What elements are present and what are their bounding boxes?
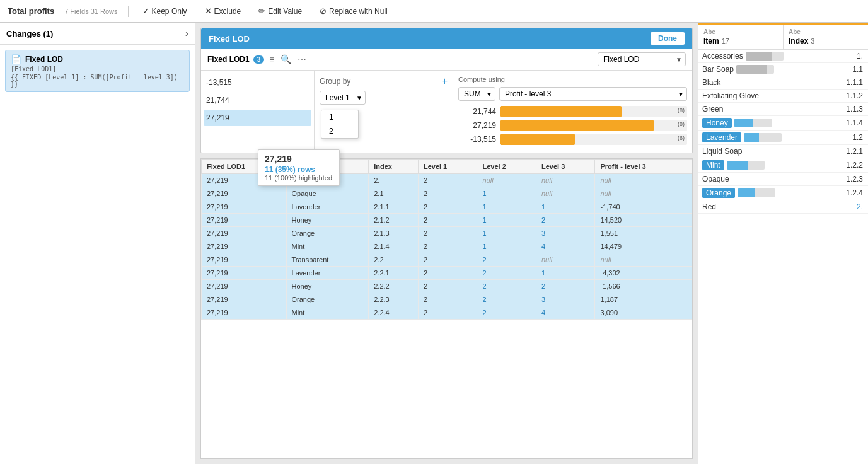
cell-l3: 1 xyxy=(536,200,595,214)
cell-l3: null xyxy=(536,253,595,267)
keep-only-button[interactable]: ✓ Keep Only xyxy=(139,5,191,17)
cell-l2: 2 xyxy=(477,267,536,280)
compute-bar-row-2: 27,219 (8) xyxy=(458,120,687,131)
agg-select[interactable]: SUM xyxy=(458,87,495,101)
more-icon[interactable]: ⋯ xyxy=(298,54,306,64)
bar-value-mid[interactable]: 21,744 xyxy=(204,92,311,108)
change-item-header: 📄 Fixed LOD xyxy=(11,54,184,64)
center-panel: Fixed LOD Done Fixed LOD1 3 ≡ 🔍 ⋯ Fixed … xyxy=(195,23,698,464)
index-col-type: Abc xyxy=(789,28,863,35)
right-index-value: 1.1.4 xyxy=(830,119,868,127)
table-row[interactable]: 27,219 Orange 2.2.3 2 2 3 1,187 xyxy=(202,293,692,306)
cell-index: 2.2.1 xyxy=(369,267,419,280)
bar-value-neg[interactable]: -13,515 xyxy=(204,74,311,91)
right-panel-row[interactable]: Orange 1.2.4 xyxy=(698,186,868,200)
table-row[interactable]: 27,219 Honey 2.1.2 2 1 2 14,520 xyxy=(202,214,692,227)
changes-title: Changes (1) xyxy=(6,29,53,38)
done-button[interactable]: Done xyxy=(651,32,685,45)
cell-l2: 2 xyxy=(477,293,536,306)
col-index: Index xyxy=(369,160,419,174)
cell-lod: 27,219 xyxy=(202,187,287,200)
bar-label-3: -13,515 xyxy=(458,135,496,144)
lod-count-badge: 3 xyxy=(253,55,265,64)
dropdown-item-2[interactable]: 2 xyxy=(321,124,358,138)
lod-type-select[interactable]: Fixed LOD xyxy=(598,52,686,66)
cell-index: 2.1.4 xyxy=(369,240,419,253)
right-panel-row[interactable]: Exfoliating Glove 1.1.2 xyxy=(698,90,868,103)
replace-null-button[interactable]: ⊘ Replace with Null xyxy=(316,5,391,17)
cell-lod: 27,219 xyxy=(202,214,287,227)
right-panel-row[interactable]: Opaque 1.2.3 xyxy=(698,173,868,186)
cell-item: Honey xyxy=(286,280,369,293)
cell-index: 2.2.4 xyxy=(369,306,419,320)
cell-index: 2.1.3 xyxy=(369,227,419,240)
right-item-label: Exfoliating Glove xyxy=(698,90,830,102)
cell-l1: 2 xyxy=(418,280,477,293)
cell-l1: 2 xyxy=(418,306,477,320)
table-row[interactable]: 27,219 Lavender 2.2.1 2 2 1 -4,302 xyxy=(202,267,692,280)
cell-item: Mint xyxy=(286,306,369,320)
level-select[interactable]: Level 1 1 2 xyxy=(320,91,366,105)
cell-lod: 27,219 xyxy=(202,293,287,306)
table-row[interactable]: 27,219 Transparent 2.2 2 2 null null xyxy=(202,253,692,267)
change-item[interactable]: 📄 Fixed LOD [Fixed LOD1] {{ FIXED [Level… xyxy=(5,50,190,92)
cell-l2: 2 xyxy=(477,306,536,320)
table-row[interactable]: 27,219 Orange 2.1.3 2 1 3 1,551 xyxy=(202,227,692,240)
cell-l3: 3 xyxy=(536,227,595,240)
cell-l3: 4 xyxy=(536,240,595,253)
right-item-label: Opaque xyxy=(698,173,830,185)
col-profit-level3: Profit - level 3 xyxy=(595,160,692,174)
edit-icon: ✏ xyxy=(258,6,265,16)
cell-item: Lavender xyxy=(286,200,369,214)
cell-lod: 27,219 xyxy=(202,227,287,240)
right-item-label: Red xyxy=(698,200,830,213)
change-name: Fixed LOD xyxy=(25,55,63,64)
cell-profit: -4,302 xyxy=(595,267,692,280)
dialog-title: Fixed LOD xyxy=(209,34,250,44)
table-row[interactable]: 27,219 Lavender 2.1.1 2 1 1 -1,740 xyxy=(202,200,692,214)
group-by-section: Group by + Level 1 1 2 ▼ 1 2 xyxy=(315,71,453,153)
align-icon[interactable]: ≡ xyxy=(269,54,274,64)
right-panel-row[interactable]: Honey 1.1.4 xyxy=(698,116,868,130)
right-panel-row[interactable]: Lavender 1.2 xyxy=(698,130,868,145)
table-row[interactable]: 27,219 Honey 2.2.2 2 2 2 -1,566 xyxy=(202,280,692,293)
right-panel-row[interactable]: Green 1.1.3 xyxy=(698,103,868,116)
edit-value-button[interactable]: ✏ Edit Value xyxy=(255,5,306,17)
cell-item: Lavender xyxy=(286,267,369,280)
right-panel-row[interactable]: Mint 1.2.2 xyxy=(698,158,868,173)
table-row[interactable]: 27,219 Mint 2.2.4 2 2 4 3,090 xyxy=(202,306,692,320)
bar-track-1: (8) xyxy=(500,106,687,117)
right-panel-row[interactable]: Liquid Soap 1.2.1 xyxy=(698,145,868,158)
right-panel-row[interactable]: Accessories 1. xyxy=(698,50,868,63)
right-item-label: Accessories xyxy=(698,50,830,62)
collapse-icon[interactable]: › xyxy=(185,28,188,39)
exclude-button[interactable]: ✕ Exclude xyxy=(201,5,245,17)
dropdown-item-1[interactable]: 1 xyxy=(321,110,358,124)
cell-l3: null xyxy=(536,174,595,187)
bar-label-2: 27,219 xyxy=(458,121,496,130)
cell-l1: 2 xyxy=(418,227,477,240)
cell-index: 2.2 xyxy=(369,253,419,267)
right-panel-row[interactable]: Red 2. xyxy=(698,200,868,214)
table-row[interactable]: 27,219 Mint 2.1.4 2 1 4 14,479 xyxy=(202,240,692,253)
tooltip-value: 27,219 xyxy=(265,154,333,164)
right-panel-row[interactable]: Bar Soap 1.1 xyxy=(698,63,868,76)
right-item-label: Black xyxy=(698,76,830,89)
field-select[interactable]: Profit - level 3 xyxy=(499,87,687,101)
cell-profit: 1,187 xyxy=(595,293,692,306)
add-group-icon[interactable]: + xyxy=(442,76,448,87)
table-row[interactable]: 27,219 Opaque 2.1 2 1 null null xyxy=(202,187,692,200)
group-by-label: Group by + xyxy=(320,76,448,87)
right-panel-row[interactable]: Black 1.1.1 xyxy=(698,76,868,90)
item-col-type: Abc xyxy=(703,28,715,35)
cell-profit: 14,479 xyxy=(595,240,692,253)
right-index-value: 1.2.2 xyxy=(830,161,868,170)
item-col-label: Item xyxy=(703,37,719,45)
cell-l2: 2 xyxy=(477,280,536,293)
right-item-bar xyxy=(734,119,772,127)
search-icon[interactable]: 🔍 xyxy=(281,54,291,64)
cell-profit: -1,566 xyxy=(595,280,692,293)
col-level1: Level 1 xyxy=(418,160,477,174)
bar-value-high[interactable]: 27,219 xyxy=(204,110,311,126)
left-panel: Changes (1) › 📄 Fixed LOD [Fixed LOD1] {… xyxy=(0,23,195,464)
